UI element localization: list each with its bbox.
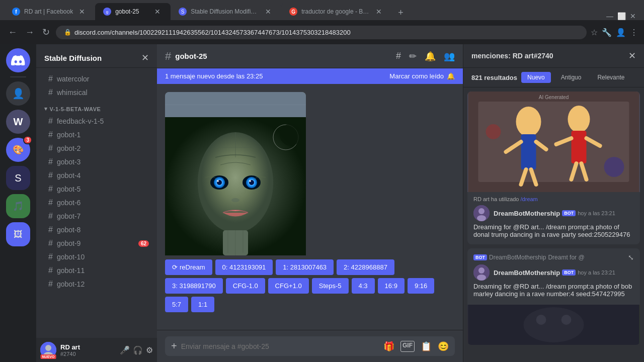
maximize-icon[interactable]: ⬜	[617, 12, 626, 20]
tab-close-icon[interactable]: ✕	[152, 7, 163, 17]
forward-button[interactable]: →	[23, 25, 36, 40]
server-icon-discord[interactable]	[6, 48, 30, 72]
channel-name: feedback-v-1-5	[57, 117, 104, 125]
bookmark-icon[interactable]: ☆	[591, 28, 598, 37]
ratio-169-button[interactable]: 16:9	[378, 278, 405, 294]
server-icon-2[interactable]: W	[6, 110, 30, 134]
filter-antiguo-button[interactable]: Antiguo	[555, 72, 588, 83]
tab-gobot25[interactable]: g gobot-25 ✕	[95, 3, 171, 20]
ratio-57-button[interactable]: 5:7	[165, 297, 188, 312]
channel-name: gobot-1	[57, 131, 80, 139]
svg-point-21	[231, 198, 239, 202]
chat-input[interactable]	[181, 342, 379, 350]
refresh-button[interactable]: ↻	[40, 25, 52, 40]
gift-icon[interactable]: 🎁	[383, 341, 394, 352]
tab-google[interactable]: G traductor de google - Busca... ✕	[281, 3, 392, 20]
svg-text:AI Generated: AI Generated	[539, 95, 569, 100]
channel-item-gobot7[interactable]: # gobot-7	[40, 210, 153, 223]
channel-item-gobot4[interactable]: # gobot-4	[40, 169, 153, 182]
mark-read-button[interactable]: Marcar como leído 🔔	[389, 72, 455, 80]
bell-icon[interactable]: 🔔	[425, 51, 436, 62]
image-top-bar	[165, 92, 306, 117]
emoji-icon[interactable]: 😊	[438, 341, 449, 352]
tab-facebook[interactable]: f RD art | Facebook ✕	[4, 3, 95, 20]
channel-item-gobot6[interactable]: # gobot-6	[40, 196, 153, 209]
seed2-button[interactable]: 2: 4228968887	[337, 259, 394, 275]
category-label: V-1-5-BETA-WAVE	[50, 106, 101, 112]
channel-item-gobot11[interactable]: # gobot-11	[40, 264, 153, 277]
back-button[interactable]: ←	[6, 25, 19, 40]
tab-close-icon[interactable]: ✕	[374, 7, 384, 17]
svg-point-3	[45, 345, 51, 351]
add-attachment-icon[interactable]: +	[171, 340, 177, 352]
edit-icon[interactable]: ✏	[409, 51, 417, 62]
seed1-button[interactable]: 1: 2813007463	[276, 259, 334, 275]
profile-icon[interactable]: 👤	[616, 28, 626, 37]
svg-point-46	[477, 215, 486, 221]
main-chat: # gobot-25 # ✏ 🔔 👥 1 mensaje nuevo desde…	[157, 44, 463, 362]
seed3-button[interactable]: 3: 3198891790	[165, 278, 223, 294]
ratio-11-button[interactable]: 1:1	[191, 297, 214, 312]
minimize-icon[interactable]: —	[606, 12, 613, 20]
result-info-2: BOT DreamBotMothership Dreamt for @ ⤡ Dr	[467, 248, 640, 305]
tab-close-icon[interactable]: ✕	[77, 7, 87, 17]
channel-item-gobot2[interactable]: # gobot-2	[40, 142, 153, 155]
hash-icon: #	[48, 198, 53, 207]
server-icon-4[interactable]: S	[6, 166, 30, 190]
user-info: RD art #2740	[60, 343, 116, 357]
dreamt-text: Dreamt for @	[548, 254, 584, 261]
members-icon[interactable]: 👥	[444, 51, 455, 62]
new-tab-button[interactable]: +	[394, 6, 408, 20]
cfg-minus-button[interactable]: CFG-1.0	[226, 278, 265, 294]
server-icon-1[interactable]: 👤	[6, 81, 30, 106]
filter-relevante-button[interactable]: Relevante	[591, 72, 630, 83]
channel-item-gobot8[interactable]: # gobot-8	[40, 223, 153, 236]
seed0-button[interactable]: 0: 4123193091	[215, 259, 273, 275]
server-icon-3[interactable]: 🎨 3	[6, 138, 30, 162]
svg-point-29	[516, 107, 541, 137]
gif-icon[interactable]: GIF	[400, 341, 415, 352]
settings-icon[interactable]: ⋮	[630, 28, 638, 37]
steps-button[interactable]: Steps-5	[312, 278, 349, 294]
tab-close-icon[interactable]: ✕	[263, 7, 273, 17]
channel-item-whimsical[interactable]: # whimsical	[40, 86, 153, 99]
channel-name: gobot-2	[57, 144, 80, 152]
settings-icon[interactable]: ⚙	[146, 345, 153, 355]
channel-item-watercolor[interactable]: # watercolor	[40, 72, 153, 85]
sticker-icon[interactable]: 📋	[421, 341, 432, 352]
channel-item-gobot3[interactable]: # gobot-3	[40, 155, 153, 168]
author-details: DreamBotMothership BOT hoy a las 23:21	[494, 210, 615, 217]
channel-item-gobot1[interactable]: # gobot-1	[40, 128, 153, 141]
channel-item-gobot10[interactable]: # gobot-10	[40, 250, 153, 263]
lock-icon: 🔒	[64, 29, 71, 36]
server-icon-5[interactable]: 🎵	[6, 194, 30, 218]
channel-name: gobot-4	[57, 171, 80, 179]
expand-icon[interactable]: ⤡	[628, 253, 634, 261]
channel-item-feedback[interactable]: # feedback-v-1-5	[40, 115, 153, 128]
ratio-916-button[interactable]: 9:16	[408, 278, 434, 294]
filter-nuevo-button[interactable]: Nuevo	[521, 72, 551, 83]
channel-item-gobot5[interactable]: # gobot-5	[40, 183, 153, 196]
address-bar[interactable]: 🔒 discord.com/channels/10022921119426355…	[56, 26, 587, 39]
server-icon-emoji: 🖼	[14, 229, 23, 240]
headphones-icon[interactable]: 🎧	[133, 345, 143, 355]
tab-stable-diffusion[interactable]: S Stable Diffusion Modifier Studie... ✕	[171, 3, 281, 20]
mark-read-label: Marcar como leído	[389, 72, 444, 80]
redream-button[interactable]: ⟳ reDream	[165, 259, 212, 275]
channel-item-gobot9[interactable]: # gobot-9 62	[40, 237, 153, 250]
category-beta-wave[interactable]: ▾ V-1-5-BETA-WAVE	[36, 100, 157, 114]
channel-item-gobot12[interactable]: # gobot-12	[40, 278, 153, 291]
extensions-icon[interactable]: 🔧	[602, 28, 612, 37]
microphone-icon[interactable]: 🎤	[120, 345, 130, 355]
server-icon-6[interactable]: 🖼	[6, 222, 30, 246]
cfg-plus-button[interactable]: CFG+1.0	[268, 278, 309, 294]
notification-message: 1 mensaje nuevo desde las 23:25	[165, 72, 263, 80]
close-browser-icon[interactable]: ✕	[630, 12, 636, 20]
channel-name: gobot-5	[57, 185, 80, 193]
channel-hash-icon: #	[165, 50, 171, 63]
ratio-43-button[interactable]: 4:3	[352, 278, 375, 294]
close-right-panel-button[interactable]: ✕	[628, 50, 636, 61]
server-menu-icon[interactable]: ✕	[141, 52, 149, 63]
ai-generated-image[interactable]	[165, 117, 306, 255]
thread-icon[interactable]: #	[396, 51, 401, 62]
